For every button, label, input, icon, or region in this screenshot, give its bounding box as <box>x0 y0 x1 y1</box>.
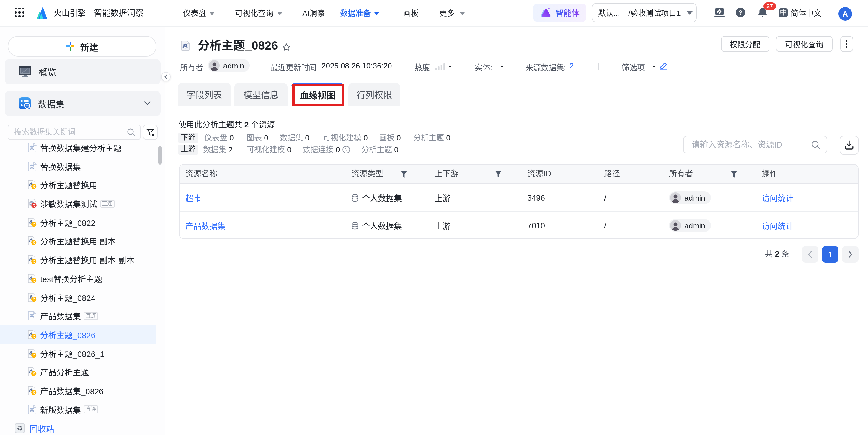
svg-text:?: ? <box>345 147 347 153</box>
svg-text:♻: ♻ <box>17 425 23 432</box>
svg-text:?: ? <box>738 9 742 16</box>
